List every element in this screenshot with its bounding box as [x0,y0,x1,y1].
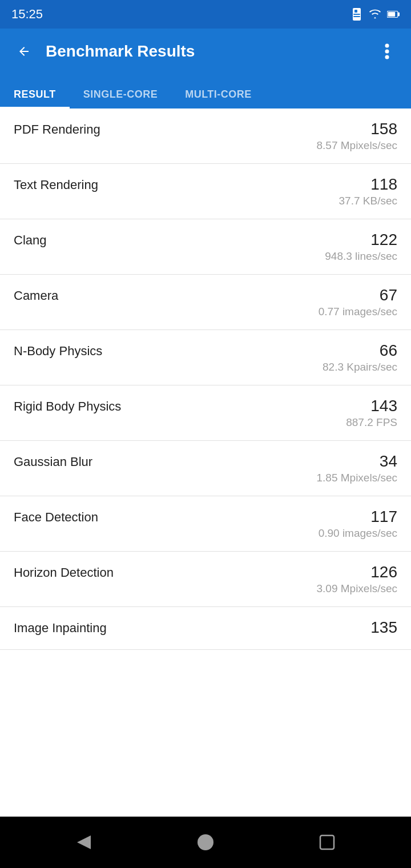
nav-recents-button[interactable] [310,825,344,859]
benchmark-item-pdf-rendering: PDF Rendering 158 8.57 Mpixels/sec [0,108,411,164]
benchmark-unit: 8.57 Mpixels/sec [316,139,397,152]
svg-rect-6 [388,12,396,17]
benchmark-unit: 37.7 KB/sec [339,195,397,207]
benchmark-unit: 887.2 FPS [346,416,397,429]
benchmark-item-gaussian-blur: Gaussian Blur 34 1.85 Mpixels/sec [0,441,411,496]
benchmark-item-text-rendering: Text Rendering 118 37.7 KB/sec [0,164,411,219]
tab-result[interactable]: RESULT [0,74,70,108]
status-time: 15:25 [11,7,43,22]
svg-rect-5 [398,13,400,16]
nav-bar [0,817,411,868]
benchmark-item-camera: Camera 67 0.77 images/sec [0,275,411,330]
svg-marker-10 [77,835,91,849]
wifi-icon [369,8,381,21]
benchmark-score: 117 [319,508,397,526]
nav-home-button[interactable] [188,825,223,859]
benchmark-scores: 66 82.3 Kpairs/sec [323,341,397,373]
benchmark-scores: 122 948.3 lines/sec [325,231,397,263]
benchmark-name: Rigid Body Physics [14,397,121,414]
benchmark-scores: 126 3.09 Mpixels/sec [316,563,397,595]
benchmark-score: 122 [325,231,397,249]
benchmark-score: 66 [323,341,397,360]
more-button[interactable] [374,39,400,64]
benchmark-unit: 0.77 images/sec [319,306,397,318]
benchmark-name: Face Detection [14,508,98,525]
benchmark-score: 118 [339,175,397,194]
benchmark-name: Horizon Detection [14,563,114,580]
benchmark-score: 67 [319,286,397,304]
benchmark-name: Camera [14,286,58,303]
app-bar: Benchmark Results [0,29,411,74]
benchmark-score: 158 [316,120,397,138]
status-icons [350,8,400,21]
svg-rect-1 [354,10,357,13]
benchmark-name: Gaussian Blur [14,452,92,469]
benchmark-unit: 3.09 Mpixels/sec [316,582,397,595]
benchmark-score: 126 [316,563,397,581]
svg-point-8 [385,50,389,54]
benchmark-scores: 117 0.90 images/sec [319,508,397,540]
tab-single-core[interactable]: SINGLE-CORE [70,74,172,108]
status-bar: 15:25 [0,0,411,29]
tabs-bar: RESULT SINGLE-CORE MULTI-CORE [0,74,411,108]
back-button[interactable] [11,39,37,64]
page-title: Benchmark Results [46,42,374,61]
svg-point-9 [385,55,389,59]
benchmark-unit: 0.90 images/sec [319,527,397,540]
benchmark-scores: 135 [370,618,397,638]
benchmark-score: 34 [316,452,397,471]
benchmark-name: PDF Rendering [14,120,100,137]
svg-rect-12 [320,835,334,849]
benchmark-unit: 948.3 lines/sec [325,250,397,263]
nav-back-button[interactable] [67,825,101,859]
benchmark-name: N-Body Physics [14,341,102,359]
benchmark-item-image-inpainting: Image Inpainting 135 [0,607,411,650]
benchmark-name: Text Rendering [14,175,98,192]
benchmark-scores: 67 0.77 images/sec [319,286,397,318]
svg-point-11 [198,834,213,850]
svg-point-7 [385,44,389,48]
benchmark-scores: 158 8.57 Mpixels/sec [316,120,397,152]
tab-multi-core[interactable]: MULTI-CORE [171,74,265,108]
benchmark-list: PDF Rendering 158 8.57 Mpixels/sec Text … [0,108,411,817]
benchmark-name: Image Inpainting [14,618,107,636]
benchmark-scores: 143 887.2 FPS [346,397,397,429]
svg-rect-2 [353,14,360,15]
battery-icon [387,8,400,21]
benchmark-scores: 34 1.85 Mpixels/sec [316,452,397,484]
benchmark-item-clang: Clang 122 948.3 lines/sec [0,219,411,275]
benchmark-item-rigid-body-physics: Rigid Body Physics 143 887.2 FPS [0,385,411,441]
benchmark-scores: 118 37.7 KB/sec [339,175,397,207]
benchmark-name: Clang [14,231,46,248]
benchmark-item-nbody-physics: N-Body Physics 66 82.3 Kpairs/sec [0,330,411,385]
benchmark-item-face-detection: Face Detection 117 0.90 images/sec [0,496,411,552]
benchmark-score: 143 [346,397,397,415]
benchmark-unit: 1.85 Mpixels/sec [316,472,397,484]
benchmark-item-horizon-detection: Horizon Detection 126 3.09 Mpixels/sec [0,552,411,607]
sim-icon [350,8,363,21]
benchmark-unit: 82.3 Kpairs/sec [323,361,397,373]
benchmark-score: 135 [370,618,397,637]
svg-rect-3 [353,16,360,17]
